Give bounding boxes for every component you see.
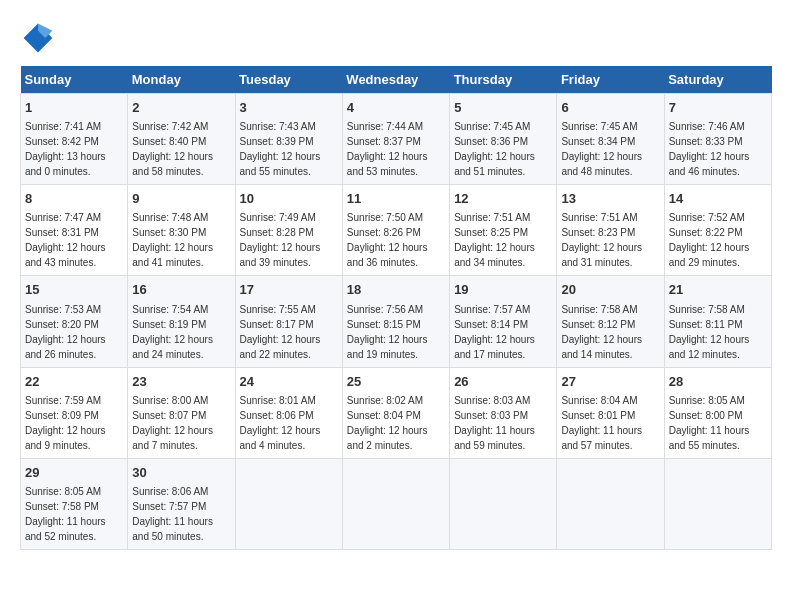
calendar-cell: 3Sunrise: 7:43 AMSunset: 8:39 PMDaylight… xyxy=(235,94,342,185)
day-info: Sunrise: 7:57 AMSunset: 8:14 PMDaylight:… xyxy=(454,302,552,362)
day-number: 15 xyxy=(25,281,123,299)
calendar-cell: 4Sunrise: 7:44 AMSunset: 8:37 PMDaylight… xyxy=(342,94,449,185)
day-number: 13 xyxy=(561,190,659,208)
calendar-cell: 5Sunrise: 7:45 AMSunset: 8:36 PMDaylight… xyxy=(450,94,557,185)
day-info: Sunrise: 7:42 AMSunset: 8:40 PMDaylight:… xyxy=(132,119,230,179)
calendar-cell: 23Sunrise: 8:00 AMSunset: 8:07 PMDayligh… xyxy=(128,367,235,458)
day-number: 5 xyxy=(454,99,552,117)
day-number: 2 xyxy=(132,99,230,117)
calendar-cell: 25Sunrise: 8:02 AMSunset: 8:04 PMDayligh… xyxy=(342,367,449,458)
logo-icon xyxy=(20,20,56,56)
calendar-table: SundayMondayTuesdayWednesdayThursdayFrid… xyxy=(20,66,772,550)
day-number: 17 xyxy=(240,281,338,299)
day-info: Sunrise: 7:45 AMSunset: 8:34 PMDaylight:… xyxy=(561,119,659,179)
day-info: Sunrise: 7:56 AMSunset: 8:15 PMDaylight:… xyxy=(347,302,445,362)
logo xyxy=(20,20,62,56)
day-info: Sunrise: 8:04 AMSunset: 8:01 PMDaylight:… xyxy=(561,393,659,453)
day-info: Sunrise: 7:44 AMSunset: 8:37 PMDaylight:… xyxy=(347,119,445,179)
day-number: 26 xyxy=(454,373,552,391)
day-number: 3 xyxy=(240,99,338,117)
day-number: 22 xyxy=(25,373,123,391)
day-number: 21 xyxy=(669,281,767,299)
calendar-cell: 27Sunrise: 8:04 AMSunset: 8:01 PMDayligh… xyxy=(557,367,664,458)
day-info: Sunrise: 8:05 AMSunset: 7:58 PMDaylight:… xyxy=(25,484,123,544)
day-info: Sunrise: 8:00 AMSunset: 8:07 PMDaylight:… xyxy=(132,393,230,453)
week-row-5: 29Sunrise: 8:05 AMSunset: 7:58 PMDayligh… xyxy=(21,458,772,549)
calendar-cell: 21Sunrise: 7:58 AMSunset: 8:11 PMDayligh… xyxy=(664,276,771,367)
day-info: Sunrise: 7:51 AMSunset: 8:25 PMDaylight:… xyxy=(454,210,552,270)
day-number: 1 xyxy=(25,99,123,117)
day-info: Sunrise: 8:02 AMSunset: 8:04 PMDaylight:… xyxy=(347,393,445,453)
day-number: 25 xyxy=(347,373,445,391)
column-header-tuesday: Tuesday xyxy=(235,66,342,94)
day-number: 4 xyxy=(347,99,445,117)
calendar-cell xyxy=(450,458,557,549)
day-info: Sunrise: 7:50 AMSunset: 8:26 PMDaylight:… xyxy=(347,210,445,270)
day-info: Sunrise: 7:55 AMSunset: 8:17 PMDaylight:… xyxy=(240,302,338,362)
day-info: Sunrise: 7:54 AMSunset: 8:19 PMDaylight:… xyxy=(132,302,230,362)
day-number: 24 xyxy=(240,373,338,391)
column-header-sunday: Sunday xyxy=(21,66,128,94)
calendar-cell: 14Sunrise: 7:52 AMSunset: 8:22 PMDayligh… xyxy=(664,185,771,276)
calendar-cell: 29Sunrise: 8:05 AMSunset: 7:58 PMDayligh… xyxy=(21,458,128,549)
calendar-cell: 9Sunrise: 7:48 AMSunset: 8:30 PMDaylight… xyxy=(128,185,235,276)
day-info: Sunrise: 8:03 AMSunset: 8:03 PMDaylight:… xyxy=(454,393,552,453)
week-row-1: 1Sunrise: 7:41 AMSunset: 8:42 PMDaylight… xyxy=(21,94,772,185)
day-number: 9 xyxy=(132,190,230,208)
column-header-saturday: Saturday xyxy=(664,66,771,94)
day-info: Sunrise: 7:48 AMSunset: 8:30 PMDaylight:… xyxy=(132,210,230,270)
column-header-thursday: Thursday xyxy=(450,66,557,94)
calendar-cell: 28Sunrise: 8:05 AMSunset: 8:00 PMDayligh… xyxy=(664,367,771,458)
day-info: Sunrise: 7:49 AMSunset: 8:28 PMDaylight:… xyxy=(240,210,338,270)
calendar-cell: 22Sunrise: 7:59 AMSunset: 8:09 PMDayligh… xyxy=(21,367,128,458)
calendar-cell: 10Sunrise: 7:49 AMSunset: 8:28 PMDayligh… xyxy=(235,185,342,276)
calendar-cell: 30Sunrise: 8:06 AMSunset: 7:57 PMDayligh… xyxy=(128,458,235,549)
day-number: 29 xyxy=(25,464,123,482)
day-number: 14 xyxy=(669,190,767,208)
day-info: Sunrise: 7:47 AMSunset: 8:31 PMDaylight:… xyxy=(25,210,123,270)
day-number: 7 xyxy=(669,99,767,117)
day-number: 30 xyxy=(132,464,230,482)
calendar-cell: 18Sunrise: 7:56 AMSunset: 8:15 PMDayligh… xyxy=(342,276,449,367)
calendar-cell: 24Sunrise: 8:01 AMSunset: 8:06 PMDayligh… xyxy=(235,367,342,458)
week-row-4: 22Sunrise: 7:59 AMSunset: 8:09 PMDayligh… xyxy=(21,367,772,458)
calendar-cell: 19Sunrise: 7:57 AMSunset: 8:14 PMDayligh… xyxy=(450,276,557,367)
column-header-monday: Monday xyxy=(128,66,235,94)
week-row-2: 8Sunrise: 7:47 AMSunset: 8:31 PMDaylight… xyxy=(21,185,772,276)
calendar-cell xyxy=(664,458,771,549)
day-info: Sunrise: 7:46 AMSunset: 8:33 PMDaylight:… xyxy=(669,119,767,179)
day-info: Sunrise: 7:45 AMSunset: 8:36 PMDaylight:… xyxy=(454,119,552,179)
day-number: 19 xyxy=(454,281,552,299)
day-info: Sunrise: 7:53 AMSunset: 8:20 PMDaylight:… xyxy=(25,302,123,362)
day-info: Sunrise: 7:52 AMSunset: 8:22 PMDaylight:… xyxy=(669,210,767,270)
calendar-cell xyxy=(235,458,342,549)
calendar-cell xyxy=(557,458,664,549)
calendar-cell: 8Sunrise: 7:47 AMSunset: 8:31 PMDaylight… xyxy=(21,185,128,276)
day-number: 18 xyxy=(347,281,445,299)
day-number: 16 xyxy=(132,281,230,299)
column-header-wednesday: Wednesday xyxy=(342,66,449,94)
day-info: Sunrise: 8:06 AMSunset: 7:57 PMDaylight:… xyxy=(132,484,230,544)
calendar-cell: 26Sunrise: 8:03 AMSunset: 8:03 PMDayligh… xyxy=(450,367,557,458)
day-number: 10 xyxy=(240,190,338,208)
calendar-cell: 17Sunrise: 7:55 AMSunset: 8:17 PMDayligh… xyxy=(235,276,342,367)
day-number: 20 xyxy=(561,281,659,299)
calendar-cell xyxy=(342,458,449,549)
calendar-cell: 7Sunrise: 7:46 AMSunset: 8:33 PMDaylight… xyxy=(664,94,771,185)
calendar-cell: 1Sunrise: 7:41 AMSunset: 8:42 PMDaylight… xyxy=(21,94,128,185)
day-info: Sunrise: 7:43 AMSunset: 8:39 PMDaylight:… xyxy=(240,119,338,179)
day-info: Sunrise: 7:41 AMSunset: 8:42 PMDaylight:… xyxy=(25,119,123,179)
day-info: Sunrise: 8:05 AMSunset: 8:00 PMDaylight:… xyxy=(669,393,767,453)
calendar-cell: 6Sunrise: 7:45 AMSunset: 8:34 PMDaylight… xyxy=(557,94,664,185)
day-number: 27 xyxy=(561,373,659,391)
calendar-cell: 15Sunrise: 7:53 AMSunset: 8:20 PMDayligh… xyxy=(21,276,128,367)
header-row: SundayMondayTuesdayWednesdayThursdayFrid… xyxy=(21,66,772,94)
day-info: Sunrise: 7:59 AMSunset: 8:09 PMDaylight:… xyxy=(25,393,123,453)
week-row-3: 15Sunrise: 7:53 AMSunset: 8:20 PMDayligh… xyxy=(21,276,772,367)
day-number: 8 xyxy=(25,190,123,208)
day-number: 6 xyxy=(561,99,659,117)
page-header xyxy=(20,20,772,56)
day-number: 11 xyxy=(347,190,445,208)
calendar-cell: 12Sunrise: 7:51 AMSunset: 8:25 PMDayligh… xyxy=(450,185,557,276)
calendar-cell: 11Sunrise: 7:50 AMSunset: 8:26 PMDayligh… xyxy=(342,185,449,276)
